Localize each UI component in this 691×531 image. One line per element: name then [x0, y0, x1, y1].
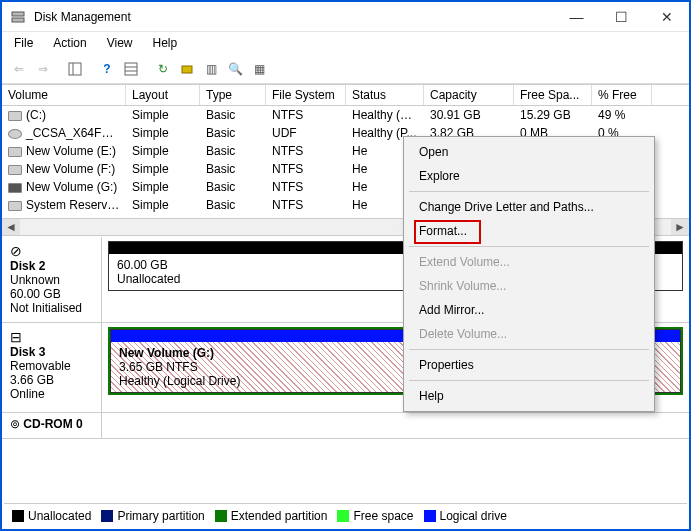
- ctx-shrink: Shrink Volume...: [407, 274, 651, 298]
- drive-icon: [8, 183, 22, 193]
- col-status[interactable]: Status: [346, 85, 424, 105]
- ctx-open[interactable]: Open: [407, 140, 651, 164]
- col-free[interactable]: Free Spa...: [514, 85, 592, 105]
- drive-icon: [8, 165, 22, 175]
- disk-state: Online: [10, 387, 93, 401]
- disk-kind: Unknown: [10, 273, 93, 287]
- col-filesystem[interactable]: File System: [266, 85, 346, 105]
- ctx-extend: Extend Volume...: [407, 250, 651, 274]
- manage-icon[interactable]: ▦: [248, 58, 270, 80]
- close-button[interactable]: ✕: [644, 2, 689, 31]
- action-icon[interactable]: 🔍: [224, 58, 246, 80]
- titlebar: Disk Management — ☐ ✕: [2, 2, 689, 32]
- disk-name: Disk 3: [10, 345, 93, 359]
- menu-file[interactable]: File: [6, 34, 41, 52]
- col-type[interactable]: Type: [200, 85, 266, 105]
- col-capacity[interactable]: Capacity: [424, 85, 514, 105]
- disk-kind: Removable: [10, 359, 93, 373]
- ctx-explore[interactable]: Explore: [407, 164, 651, 188]
- menu-help[interactable]: Help: [145, 34, 186, 52]
- ctx-properties[interactable]: Properties: [407, 353, 651, 377]
- table-row[interactable]: (C:)SimpleBasicNTFSHealthy (B...30.91 GB…: [2, 106, 689, 124]
- help-icon[interactable]: ?: [96, 58, 118, 80]
- menu-action[interactable]: Action: [45, 34, 94, 52]
- scroll-right-icon[interactable]: ►: [671, 219, 689, 235]
- svg-rect-0: [12, 12, 24, 16]
- swatch-free-icon: [337, 510, 349, 522]
- svg-rect-4: [125, 63, 137, 75]
- rescan-icon[interactable]: [176, 58, 198, 80]
- table-header: Volume Layout Type File System Status Ca…: [2, 84, 689, 106]
- toolbar: ⇐ ⇒ ? ↻ ▥ 🔍 ▦: [2, 54, 689, 84]
- scroll-left-icon[interactable]: ◄: [2, 219, 20, 235]
- back-icon: ⇐: [8, 58, 30, 80]
- drive-icon: [8, 201, 22, 211]
- refresh-icon[interactable]: ↻: [152, 58, 174, 80]
- window-title: Disk Management: [34, 10, 554, 24]
- swatch-extended-icon: [215, 510, 227, 522]
- drive-icon: [8, 111, 22, 121]
- col-volume[interactable]: Volume: [2, 85, 126, 105]
- disk-row: ⊚ CD-ROM 0: [2, 413, 689, 439]
- col-pctfree[interactable]: % Free: [592, 85, 652, 105]
- ctx-change-letter[interactable]: Change Drive Letter and Paths...: [407, 195, 651, 219]
- legend: Unallocated Primary partition Extended p…: [4, 503, 687, 527]
- swatch-unallocated-icon: [12, 510, 24, 522]
- disc-icon: [8, 129, 22, 139]
- svg-rect-1: [12, 18, 24, 22]
- minimize-button[interactable]: —: [554, 2, 599, 31]
- menubar: File Action View Help: [2, 32, 689, 54]
- show-hide-icon[interactable]: [64, 58, 86, 80]
- swatch-primary-icon: [101, 510, 113, 522]
- disk-name: Disk 2: [10, 259, 93, 273]
- svg-rect-2: [69, 63, 81, 75]
- forward-icon: ⇒: [32, 58, 54, 80]
- ctx-mirror[interactable]: Add Mirror...: [407, 298, 651, 322]
- context-menu: Open Explore Change Drive Letter and Pat…: [403, 136, 655, 412]
- drive-icon: [8, 147, 22, 157]
- disk-size: 3.66 GB: [10, 373, 93, 387]
- disk-size: 60.00 GB: [10, 287, 93, 301]
- swatch-logical-icon: [424, 510, 436, 522]
- ctx-format[interactable]: Format...: [407, 219, 651, 243]
- settings-icon[interactable]: ▥: [200, 58, 222, 80]
- app-icon: [10, 9, 26, 25]
- disk-name: CD-ROM 0: [23, 417, 82, 431]
- disk-state: Not Initialised: [10, 301, 93, 315]
- col-layout[interactable]: Layout: [126, 85, 200, 105]
- maximize-button[interactable]: ☐: [599, 2, 644, 31]
- ctx-help[interactable]: Help: [407, 384, 651, 408]
- menu-view[interactable]: View: [99, 34, 141, 52]
- ctx-delete: Delete Volume...: [407, 322, 651, 346]
- list-icon[interactable]: [120, 58, 142, 80]
- svg-rect-7: [182, 66, 192, 73]
